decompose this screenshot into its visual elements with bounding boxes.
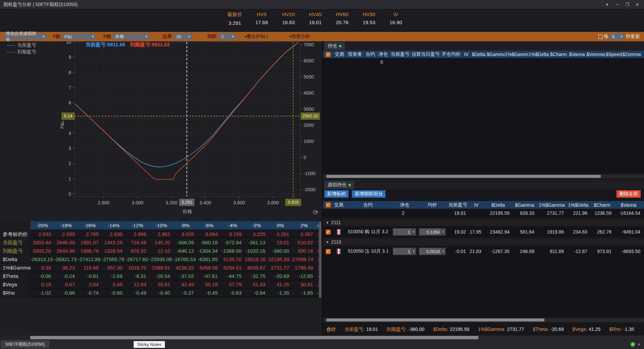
virtual-col-header[interactable]: 净仓 <box>391 202 418 208</box>
scenario-cell: 12.84 <box>125 280 149 288</box>
virtual-cell: -12.87 <box>567 249 590 254</box>
boundary-dropdown[interactable]: 20▼ <box>174 33 192 40</box>
virtual-col-header[interactable]: 均价 <box>418 202 447 208</box>
positions-col-header[interactable]: $Vanna <box>568 52 586 57</box>
virtual-col-header[interactable]: 当前盈亏 <box>447 202 469 208</box>
add-icon[interactable]: + <box>630 342 635 347</box>
pnl-chart[interactable]: 2.8003.0003.2003.4003.6003.8000123456789… <box>0 41 322 221</box>
delete-all-button[interactable]: 删除全部 <box>616 190 641 198</box>
legend-line-icon <box>7 45 15 46</box>
select-all-checkbox[interactable]: ✓ <box>326 52 331 57</box>
overlay-pnl-radio[interactable]: ●叠合(P&L) <box>245 34 268 40</box>
y-tick-label: 7 <box>68 85 71 90</box>
virtual-col-header[interactable]: $Vanna <box>614 202 643 208</box>
scenario-vertical-scrollbar[interactable] <box>319 221 322 298</box>
price-stepper[interactable]: 0.0018▲▼ <box>419 248 446 255</box>
scenario-cell: -0.74 <box>78 289 102 297</box>
interval-dropdown[interactable]: 2▼ <box>219 33 236 40</box>
group-row-2111[interactable]: ▼2111 <box>323 219 644 226</box>
spinner-arrows[interactable]: ▲▼ <box>441 248 445 255</box>
positions-col-header[interactable]: $Vomma <box>586 52 605 57</box>
refresh-seconds-dropdown[interactable]: 5▼ <box>610 33 625 40</box>
x-axis-dropdown[interactable]: 价格▼ <box>113 33 149 40</box>
spinner-arrows[interactable]: ▲▼ <box>412 248 416 255</box>
collapse-icon[interactable]: ▼ <box>326 240 329 244</box>
virtual-col-header[interactable]: $Charm <box>590 202 614 208</box>
auto-refresh-control: 每 5▼ 秒更新 <box>598 33 644 40</box>
positions-col-header[interactable]: 当前盈亏 <box>389 51 411 57</box>
scenario-cell: 716.48 <box>125 238 149 246</box>
scenario-col-header: -14% <box>102 221 125 230</box>
virtual-col-header[interactable]: 1%$Gamma <box>537 202 567 208</box>
group-row-2110[interactable]: ▼2110 <box>323 238 644 246</box>
positions-col-header[interactable]: 净仓 <box>377 51 389 57</box>
virtual-position-row[interactable]: ✓510050 购 11月 3.21▲▼0.1350▲▼19.0217.9523… <box>323 227 644 237</box>
virtual-position-row[interactable]: ✓510050 沽 10月 3.11▲▼0.0018▲▼-0.0121.83-1… <box>323 246 644 256</box>
virtual-totals-cell: 2731.77 <box>537 210 567 216</box>
positions-col-header[interactable]: 估算当日盈亏 <box>411 51 440 57</box>
row-checkbox[interactable]: ✓ <box>326 249 331 254</box>
tab-positions[interactable]: 持仓 <box>324 42 345 50</box>
close-icon[interactable]: ✕ <box>635 2 640 7</box>
scenario-cell: 2644.98 <box>54 247 78 255</box>
app-hscrollbar[interactable] <box>0 336 644 340</box>
refresh-checkbox[interactable] <box>598 35 603 39</box>
scenario-cell: 55.18 <box>197 280 221 288</box>
qty-stepper[interactable]: 1▲▼ <box>393 228 416 236</box>
minimize-icon[interactable]: ─ <box>614 2 620 7</box>
virtual-col-header[interactable]: IV <box>469 202 484 208</box>
positions-col-header[interactable]: 合约 <box>364 51 377 57</box>
refresh-icon[interactable]: ⟳ <box>313 208 319 216</box>
select-all-checkbox[interactable]: ✓ <box>326 202 331 207</box>
positions-col-header[interactable]: 开仓均价 <box>440 51 462 57</box>
virtual-col-header[interactable]: $Delta <box>484 202 512 208</box>
maximize-icon[interactable]: ❐ <box>625 2 630 7</box>
virtual-col-header[interactable]: $Gamma <box>512 202 537 208</box>
add-underlying-button[interactable]: 新增标的 <box>324 190 348 198</box>
virtual-cell: -9491.04 <box>614 229 643 235</box>
positions-col-header[interactable]: $Gamma <box>487 52 505 57</box>
positions-col-header[interactable]: $Delta <box>471 52 487 57</box>
qty-stepper[interactable]: 1▲▼ <box>393 248 416 255</box>
virtual-col-header[interactable]: 1%$Delta <box>567 202 590 208</box>
virtual-hscrollbar[interactable] <box>323 318 644 322</box>
scenario-cell: -0.49 <box>125 289 149 297</box>
spinner-arrows[interactable]: ▲▼ <box>412 229 416 235</box>
y-axis-dropdown[interactable]: P&L▼ <box>62 33 96 40</box>
add-option-combo-button[interactable]: 新增期权组合 <box>352 190 385 198</box>
collapse-icon[interactable]: ▼ <box>326 221 329 225</box>
virtual-totals-cell: 19.01 <box>447 210 469 216</box>
scenario-cell: 2 <box>316 280 319 288</box>
positions-col-header[interactable]: $Speed <box>605 52 622 57</box>
row-checkbox[interactable]: ✓ <box>326 230 331 235</box>
scenario-cell: -26313.15 <box>30 255 54 263</box>
positions-hscrollbar[interactable] <box>323 174 644 179</box>
virtual-col-header[interactable]: 合约 <box>344 202 391 208</box>
y-tick-label: 10 <box>66 41 71 45</box>
spinner-arrows[interactable]: ▲▼ <box>441 229 445 235</box>
tab-virtual-positions[interactable]: 虚拟持仓 <box>324 181 354 189</box>
positions-col-header[interactable]: 投资者 <box>346 51 364 57</box>
scenario-analysis-radio[interactable]: ●情景分析 <box>289 34 310 40</box>
positions-col-header[interactable]: $Charm <box>549 52 568 57</box>
positions-col-header[interactable]: 1%$Delta <box>528 52 549 57</box>
scenario-cell: -44.75 <box>221 272 245 280</box>
status-tab-50etf[interactable]: 50ETF期权(510050) <box>1 340 49 348</box>
positions-table-body[interactable] <box>323 66 644 173</box>
window-menu-icon[interactable]: ▾ <box>604 2 610 7</box>
positions-col-header[interactable]: $ <box>641 52 644 57</box>
virtual-col-header[interactable]: 交易 <box>333 202 344 208</box>
virtual-table-body[interactable] <box>323 256 644 318</box>
positions-col-header[interactable]: 交易 <box>333 51 346 57</box>
active-dot-icon <box>339 45 341 47</box>
scenario-cell: -16765.53 <box>173 255 197 263</box>
positions-col-header[interactable]: IV <box>462 52 471 57</box>
caret-down-icon[interactable]: ▼ <box>637 343 641 346</box>
scenario-cell: -360.00 <box>268 247 292 255</box>
positions-col-header[interactable]: $Zomma <box>622 52 641 57</box>
positions-col-header[interactable]: 1%$Gamma <box>505 52 528 57</box>
position-mode-dropdown[interactable]: 持仓合并虚拟持仓▼ <box>3 33 46 40</box>
net-position-total: 0 <box>377 59 389 65</box>
stat-value: 19.01 <box>302 19 329 25</box>
price-stepper[interactable]: 0.1350▲▼ <box>419 228 446 236</box>
